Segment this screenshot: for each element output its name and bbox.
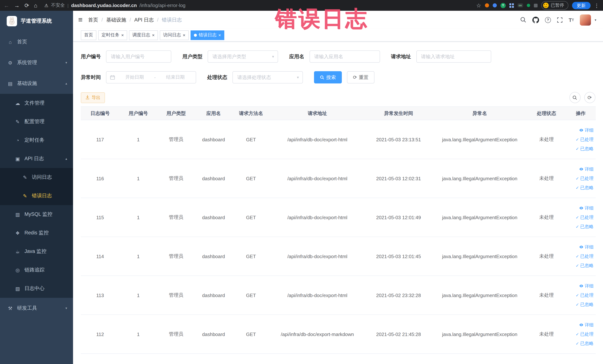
- close-icon[interactable]: ×: [152, 33, 155, 37]
- reload-icon[interactable]: ⟳: [24, 3, 29, 8]
- table-row: 115 1 管理员 dashboard GET /api/infra/db-do…: [81, 198, 596, 237]
- extension-icon-grid[interactable]: [509, 3, 514, 8]
- tab-label: 定时任务: [102, 32, 119, 38]
- cell-user-type: 管理员: [157, 237, 195, 276]
- cloud-icon: ☁: [15, 100, 20, 106]
- user-type-select[interactable]: 请选择用户类型 ▾: [208, 50, 278, 63]
- sidebar-item-file-mgmt[interactable]: ☁ 文件管理: [0, 94, 73, 112]
- sidebar-item-system-mgmt[interactable]: ⚙ 系统管理 ▾: [0, 52, 73, 73]
- page-content: 用户编号 用户类型 请选择用户类型 ▾ 应用名: [73, 42, 603, 364]
- extensions-pin-icon[interactable]: [534, 3, 537, 7]
- sidebar-item-error-log[interactable]: ✎ 错误日志: [0, 187, 73, 205]
- sidebar-item-config-mgmt[interactable]: ✎ 配置管理: [0, 112, 73, 131]
- bookmark-star-icon[interactable]: ☆: [476, 2, 481, 9]
- extension-icon-blue[interactable]: [493, 3, 497, 7]
- paused-button[interactable]: 已暂停: [541, 1, 568, 10]
- mark-ignored-link[interactable]: ✓ 已忽略: [576, 146, 593, 152]
- mark-processed-link[interactable]: ✓ 已处理: [576, 136, 593, 143]
- table-header-row: 日志编号 用户编号 用户类型 应用名 请求方法名 请求地址 异常发生时间 异常名…: [81, 107, 596, 120]
- home-nav-icon[interactable]: ⌂: [34, 3, 37, 8]
- sidebar-item-dev-tools[interactable]: ⚒ 研发工具 ▾: [0, 298, 73, 318]
- tab-schedule-log[interactable]: 调度日志 ×: [129, 30, 158, 40]
- mark-processed-link[interactable]: ✓ 已处理: [576, 253, 593, 259]
- column-header: 应用名: [195, 107, 232, 120]
- export-button[interactable]: 导出: [81, 92, 105, 103]
- avatar[interactable]: [580, 14, 591, 25]
- sidebar-item-cron-jobs[interactable]: ◔ 定时任务: [0, 131, 73, 150]
- sidebar-item-java-monitor[interactable]: ☕ Java 监控: [0, 242, 73, 261]
- extension-icon-leaf[interactable]: [527, 4, 530, 7]
- mark-processed-link[interactable]: ✓ 已处理: [576, 214, 593, 221]
- detail-link[interactable]: 详细: [579, 244, 593, 250]
- sidebar-item-tracing[interactable]: ◎ 链路追踪: [0, 261, 73, 279]
- mark-processed-link[interactable]: ✓ 已处理: [576, 292, 593, 298]
- date-range-picker[interactable]: 开始日期 - 结束日期: [106, 71, 196, 83]
- export-button-label: 导出: [92, 94, 101, 101]
- github-icon[interactable]: [532, 16, 539, 23]
- chevron-down-icon: ▾: [65, 306, 67, 310]
- font-size-icon[interactable]: TT: [569, 17, 574, 23]
- action-label: 详细: [585, 283, 593, 289]
- tab-home[interactable]: 首页: [81, 30, 96, 40]
- fullscreen-icon[interactable]: [557, 17, 563, 23]
- app-name-input[interactable]: [309, 50, 380, 63]
- extension-icon-green-y[interactable]: Y: [500, 3, 506, 8]
- start-date-placeholder[interactable]: 开始日期: [118, 74, 151, 81]
- close-icon[interactable]: ×: [121, 33, 124, 37]
- cell-log-id: 112: [81, 315, 119, 354]
- sidebar-item-log-center[interactable]: ▧ 日志中心: [0, 279, 73, 298]
- mark-ignored-link[interactable]: ✓ 已忽略: [576, 223, 593, 230]
- caret-down-icon[interactable]: ▾: [595, 18, 596, 22]
- reset-button[interactable]: ⟳ 重置: [347, 71, 374, 83]
- filter-app-name: 应用名: [289, 50, 380, 63]
- mark-ignored-link[interactable]: ✓ 已忽略: [576, 262, 593, 269]
- search-button[interactable]: 搜索: [314, 71, 342, 83]
- mark-processed-link[interactable]: ✓ 已处理: [576, 331, 593, 337]
- mark-ignored-link[interactable]: ✓ 已忽略: [576, 185, 593, 191]
- extension-icon-on-badge[interactable]: on: [518, 3, 523, 7]
- breadcrumb-item[interactable]: 基础设施: [106, 16, 126, 23]
- sidebar-item-home[interactable]: ⌂ 首页: [0, 32, 73, 52]
- address-bar[interactable]: ⚠ 不安全 | dashboard.yudao.iocoder.cn /infr…: [44, 2, 185, 9]
- detail-link[interactable]: 详细: [579, 205, 593, 211]
- action-label: 已处理: [580, 214, 593, 221]
- hamburger-icon[interactable]: ≡: [73, 16, 88, 24]
- sidebar-item-mysql-monitor[interactable]: ▥ MySQL 监控: [0, 205, 73, 224]
- tab-cron-jobs[interactable]: 定时任务 ×: [98, 30, 127, 40]
- sidebar-item-access-log[interactable]: ✎ 访问日志: [0, 168, 73, 187]
- refresh-table-button[interactable]: ⟳: [584, 92, 595, 103]
- mark-ignored-link[interactable]: ✓ 已忽略: [576, 301, 593, 308]
- column-header: 异常名: [432, 107, 527, 120]
- sidebar-item-infrastructure[interactable]: ▤ 基础设施 ▴: [0, 73, 73, 94]
- tab-error-log[interactable]: 错误日志 ×: [191, 30, 224, 40]
- check-icon: ✓: [576, 254, 579, 259]
- browser-menu-icon[interactable]: ⋮: [594, 2, 599, 8]
- help-icon[interactable]: ?: [545, 17, 551, 23]
- sidebar-item-redis-monitor[interactable]: ❖ Redis 监控: [0, 224, 73, 242]
- process-status-select[interactable]: 请选择处理状态 ▾: [232, 71, 303, 83]
- sidebar-item-label: 首页: [17, 39, 27, 45]
- mark-ignored-link[interactable]: ✓ 已忽略: [576, 340, 593, 347]
- end-date-placeholder[interactable]: 结束日期: [159, 74, 192, 81]
- sidebar-logo[interactable]: 芋道管理系统: [0, 11, 73, 32]
- detail-link[interactable]: 详细: [579, 127, 593, 133]
- sidebar-item-label: 错误日志: [32, 192, 52, 199]
- request-url-input[interactable]: [416, 50, 491, 63]
- breadcrumb-item[interactable]: 首页: [88, 16, 98, 23]
- detail-link[interactable]: 详细: [579, 322, 593, 328]
- sidebar-item-api-logs[interactable]: ▣ API 日志 ▴: [0, 150, 73, 168]
- back-icon[interactable]: ←: [4, 3, 9, 8]
- detail-link[interactable]: 详细: [579, 283, 593, 289]
- close-icon[interactable]: ×: [183, 33, 185, 37]
- breadcrumb-item[interactable]: API 日志: [134, 16, 154, 23]
- search-icon[interactable]: [520, 17, 526, 23]
- user-id-input[interactable]: [106, 50, 171, 63]
- forward-icon[interactable]: →: [14, 3, 20, 8]
- mark-processed-link[interactable]: ✓ 已处理: [576, 175, 593, 182]
- extension-icon-orange[interactable]: [485, 3, 489, 7]
- toggle-search-button[interactable]: [569, 92, 580, 103]
- tab-access-log[interactable]: 访问日志 ×: [160, 30, 189, 40]
- detail-link[interactable]: 详细: [579, 166, 593, 172]
- close-icon[interactable]: ×: [218, 33, 221, 37]
- update-button[interactable]: 更新: [572, 2, 590, 9]
